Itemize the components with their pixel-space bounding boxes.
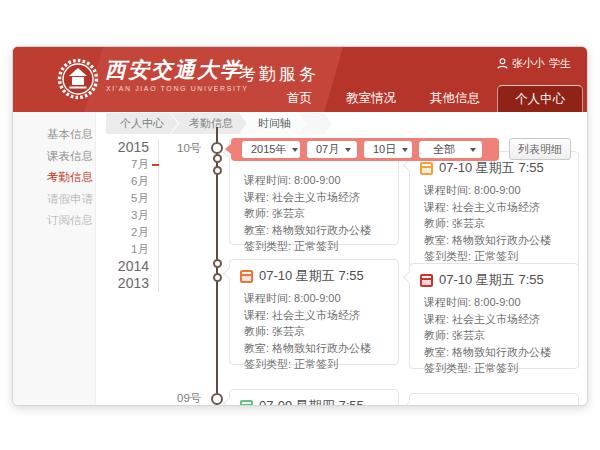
timeline-dot <box>213 273 222 282</box>
person-icon <box>497 58 508 69</box>
year-select[interactable]: 2015年 <box>242 141 300 158</box>
card-line: 课程: 社会主义市场经济 <box>244 189 390 206</box>
timeline-month-jan[interactable]: 1月 <box>71 241 149 258</box>
day-select[interactable]: 10日 <box>364 141 412 158</box>
card-line: 教师: 张芸京 <box>424 327 570 344</box>
card-title: 07-09 星期四 7:55 <box>259 397 364 406</box>
date-filter-bar: 2015年 07月 10日 全部 <box>231 138 499 161</box>
breadcrumb: 个人中心 考勤信息 时间轴 <box>106 113 332 134</box>
card-line: 教室: 格物致知行政办公楼 <box>424 344 570 361</box>
timeline-month-may[interactable]: 5月 <box>71 190 149 207</box>
timeline-dot <box>211 393 223 405</box>
card-line: 教室: 格物致知行政办公楼 <box>244 222 390 239</box>
attendance-card: 07-10 星期五 7:55 课程时间: 8:00-9:00 课程: 社会主义市… <box>229 259 399 365</box>
timeline-month-jun[interactable]: 6月 <box>71 173 149 190</box>
timeline-year-2013[interactable]: 2013 <box>71 275 149 292</box>
app-title: 考勤服务 <box>239 63 319 86</box>
app-window: 西安交通大学 XI'AN JIAO TONG UNIVERSITY 考勤服务 张… <box>12 46 588 406</box>
chevron-down-icon <box>292 148 298 152</box>
nav-item-home[interactable]: 首页 <box>270 85 329 112</box>
chevron-down-icon <box>345 148 351 152</box>
attendance-card: 07-09 星期四 7:55 <box>229 389 399 406</box>
nav-item-classrooms[interactable]: 教室情况 <box>329 85 413 112</box>
main-nav: 首页 教室情况 其他信息 个人中心 <box>270 85 583 112</box>
month-select[interactable]: 07月 <box>307 141 357 158</box>
timeline-dot <box>213 154 222 163</box>
card-title: 07-10 星期五 7:55 <box>439 271 544 289</box>
user-name: 张小小 <box>512 56 545 71</box>
card-line: 签到类型: 正常签到 <box>244 238 390 255</box>
card-line: 课程时间: 8:00-9:00 <box>424 182 570 199</box>
university-name-en: XI'AN JIAO TONG UNIVERSITY <box>106 85 249 92</box>
timeline-year-2015[interactable]: 2015 <box>71 139 149 156</box>
stamp-red-icon <box>420 274 433 287</box>
timeline-day-label-09: 09号 <box>177 391 201 406</box>
card-line: 教师: 张芸京 <box>244 323 390 340</box>
attendance-card: 07-10 星期五 7:55 课程时间: 8:00-9:00 课程: 社会主义市… <box>409 263 579 369</box>
card-line: 课程: 社会主义市场经济 <box>244 307 390 324</box>
chevron-down-icon <box>470 148 476 152</box>
timeline-dot <box>213 166 222 175</box>
nav-item-other-info[interactable]: 其他信息 <box>413 85 497 112</box>
card-title: 07-10 星期五 7:55 <box>259 267 364 285</box>
university-name: 西安交通大学 <box>105 56 243 84</box>
list-detail-button[interactable]: 列表明细 <box>509 138 571 160</box>
university-logo-icon <box>57 58 99 100</box>
user-role: 学生 <box>549 56 571 71</box>
timeline-month-feb[interactable]: 2月 <box>71 224 149 241</box>
current-month-marker <box>152 164 159 166</box>
card-line: 课程: 社会主义市场经济 <box>424 199 570 216</box>
breadcrumb-timeline[interactable]: 时间轴 <box>240 113 305 134</box>
timeline-dot <box>213 259 222 268</box>
attendance-card: 07-10 星期五 7:55 课程时间: 8:00-9:00 课程: 社会主义市… <box>409 151 579 273</box>
calendar-vermilion-icon <box>240 270 253 283</box>
timeline-year-2014[interactable]: 2014 <box>71 258 149 275</box>
calendar-green-icon <box>240 400 253 407</box>
timeline-month-jul[interactable]: 7月 <box>71 156 149 173</box>
calendar-orange-icon <box>420 162 433 175</box>
card-line: 课程时间: 8:00-9:00 <box>424 294 570 311</box>
timeline-month-mar[interactable]: 3月 <box>71 207 149 224</box>
card-title: 07-10 星期五 7:55 <box>439 159 544 177</box>
card-line: 签到类型: 正常签到 <box>424 360 570 377</box>
app-header: 西安交通大学 XI'AN JIAO TONG UNIVERSITY 考勤服务 张… <box>13 47 587 112</box>
attendance-card <box>409 393 579 406</box>
card-line: 课程时间: 8:00-9:00 <box>244 290 390 307</box>
card-line: 课程时间: 8:00-9:00 <box>244 172 390 189</box>
timeline-day-label-10: 10号 <box>177 141 201 156</box>
timeline-year-nav: 2015 7月 6月 5月 3月 2月 1月 2014 2013 <box>71 139 159 292</box>
card-line: 教师: 张芸京 <box>244 205 390 222</box>
breadcrumb-personal-center[interactable]: 个人中心 <box>106 113 178 134</box>
nav-item-personal-center[interactable]: 个人中心 <box>497 85 583 112</box>
card-line: 教室: 格物致知行政办公楼 <box>244 340 390 357</box>
user-menu[interactable]: 张小小 学生 <box>497 56 571 71</box>
chevron-down-icon <box>402 148 408 152</box>
breadcrumb-attendance-info[interactable]: 考勤信息 <box>171 113 247 134</box>
card-line: 课程: 社会主义市场经济 <box>424 311 570 328</box>
card-line: 教师: 张芸京 <box>424 215 570 232</box>
card-line: 签到类型: 正常签到 <box>244 356 390 373</box>
card-line: 教室: 格物致知行政办公楼 <box>424 232 570 249</box>
timeline-dot <box>211 142 223 154</box>
type-select[interactable]: 全部 <box>419 141 482 158</box>
